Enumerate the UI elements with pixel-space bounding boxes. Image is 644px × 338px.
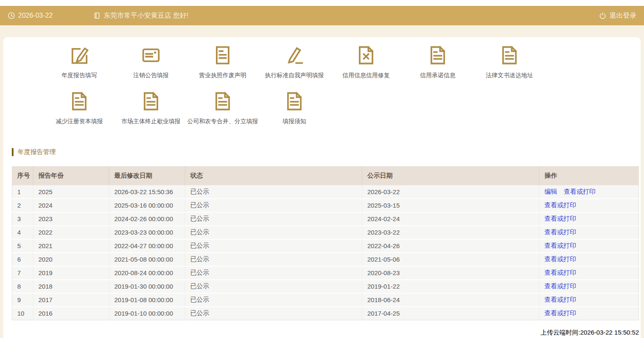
menu-item-label: 减少注册资本填报 [43, 118, 115, 125]
document-folded-icon [140, 106, 162, 114]
view-or-print-link[interactable]: 查看或打印 [544, 201, 576, 208]
topbar-date: 2026-03-22 [18, 12, 53, 19]
cell-no: 10 [12, 307, 33, 320]
edit-square-icon [68, 60, 90, 68]
cell-actions: 查看或打印 [539, 307, 639, 320]
clock-icon [8, 12, 15, 19]
table-row: 320232024-02-26 00:00:00已公示2024-02-24查看或… [12, 212, 639, 226]
view-or-print-link[interactable]: 查看或打印 [544, 215, 576, 222]
cell-modified: 2022-04-27 00:00:00 [109, 239, 185, 253]
topbar-date-group: 2026-03-22 [8, 12, 53, 19]
cell-status: 已公示 [185, 239, 362, 253]
cell-modified: 2021-05-08 00:00:00 [109, 253, 185, 266]
table-row: 620202021-05-08 00:00:00已公示2021-05-06查看或… [12, 253, 639, 266]
document-folded-icon [212, 106, 234, 114]
cell-published: 2023-03-22 [362, 226, 539, 239]
cell-modified: 2019-01-08 00:00:00 [109, 293, 185, 307]
document-folded-icon [283, 106, 305, 114]
logout-label: 退出登录 [609, 11, 636, 20]
column-header: 序号 [12, 167, 33, 185]
view-or-print-link[interactable]: 查看或打印 [544, 282, 576, 289]
table-row: 220242025-03-16 00:00:00已公示2025-03-15查看或… [12, 199, 639, 212]
table-row: 820182019-01-30 00:00:00已公示2019-01-22查看或… [12, 280, 639, 293]
document-folded-icon [68, 106, 90, 114]
view-or-print-link[interactable]: 查看或打印 [544, 242, 576, 249]
menu-item[interactable]: 营业执照作废声明 [187, 44, 259, 79]
cell-no: 4 [12, 226, 33, 239]
cell-no: 5 [12, 239, 33, 253]
table-row: 920172019-01-08 00:00:00已公示2018-06-24查看或… [12, 293, 639, 307]
menu-item[interactable]: 注销公告填报 [115, 44, 187, 79]
cell-year: 2016 [33, 307, 109, 320]
menu-item-label: 注销公告填报 [115, 72, 187, 79]
cell-no: 3 [12, 212, 33, 226]
cell-published: 2017-04-25 [362, 307, 539, 320]
menu-item[interactable]: 填报须知 [259, 90, 330, 125]
cell-no: 6 [12, 253, 33, 266]
cell-modified: 2020-08-24 00:00:00 [109, 266, 185, 280]
cell-no: 9 [12, 293, 33, 307]
cell-actions: 编辑查看或打印 [539, 185, 639, 199]
topbar-company-group: 东莞市常平小安黄豆店 您好! [93, 11, 189, 20]
menu-item[interactable]: 信用信息信用修复 [330, 44, 402, 79]
menu-item-label: 填报须知 [259, 118, 330, 125]
cell-actions: 查看或打印 [539, 199, 639, 212]
menu-item[interactable]: 市场主体终止歇业填报 [115, 90, 187, 125]
cell-status: 已公示 [185, 185, 362, 199]
menu-item[interactable]: 减少注册资本填报 [43, 90, 115, 125]
cell-status: 已公示 [185, 212, 362, 226]
logout-button[interactable]: 退出登录 [599, 11, 636, 20]
view-or-print-link[interactable]: 查看或打印 [544, 255, 576, 262]
section-header: 年度报告管理 [12, 148, 641, 156]
table-body: 120252026-03-22 15:50:36已公示2026-03-22编辑查… [12, 185, 639, 320]
top-white-strip [0, 0, 644, 6]
annual-report-table: 序号报告年份最后修改日期状态公示日期操作 120252026-03-22 15:… [12, 166, 639, 320]
cell-no: 1 [12, 185, 33, 199]
table-header-row: 序号报告年份最后修改日期状态公示日期操作 [12, 167, 639, 185]
cell-year: 2025 [33, 185, 109, 199]
column-header: 状态 [185, 167, 362, 185]
cell-published: 2020-08-23 [362, 266, 539, 280]
announcement-card-icon [140, 60, 162, 68]
view-or-print-link[interactable]: 查看或打印 [544, 228, 576, 235]
cell-modified: 2025-03-16 00:00:00 [109, 199, 185, 212]
menu-item[interactable]: 公司和农专合并、分立填报 [187, 90, 259, 125]
cell-published: 2018-06-24 [362, 293, 539, 307]
cell-year: 2019 [33, 266, 109, 280]
document-folded-icon [498, 60, 520, 68]
cell-year: 2022 [33, 226, 109, 239]
table-row: 720192020-08-24 00:00:00已公示2020-08-23查看或… [12, 266, 639, 280]
cell-status: 已公示 [185, 253, 362, 266]
view-or-print-link[interactable]: 查看或打印 [544, 296, 576, 303]
table-row: 120252026-03-22 15:50:36已公示2026-03-22编辑查… [12, 185, 639, 199]
menu-item-label: 执行标准自我声明填报 [259, 72, 330, 79]
menu-item[interactable]: 年度报告填写 [43, 44, 115, 79]
pencil-icon [283, 60, 305, 68]
column-header: 最后修改日期 [109, 167, 185, 185]
content-panel: 年度报告填写注销公告填报营业执照作废声明执行标准自我声明填报信用信息信用修复信用… [3, 37, 641, 338]
menu-item-label: 市场主体终止歇业填报 [115, 118, 187, 125]
topbar: 2026-03-22 东莞市常平小安黄豆店 您好! 退出登录 [0, 6, 644, 25]
booklet-icon [93, 12, 101, 19]
view-or-print-link[interactable]: 查看或打印 [564, 188, 595, 195]
cell-actions: 查看或打印 [539, 253, 639, 266]
column-header: 操作 [539, 167, 639, 185]
cell-year: 2023 [33, 212, 109, 226]
cell-modified: 2019-01-30 00:00:00 [109, 280, 185, 293]
page-background: 年度报告填写注销公告填报营业执照作废声明执行标准自我声明填报信用信息信用修复信用… [0, 25, 644, 338]
menu-item[interactable]: 执行标准自我声明填报 [259, 44, 330, 79]
cell-published: 2019-01-22 [362, 280, 539, 293]
cell-status: 已公示 [185, 307, 362, 320]
menu-grid: 年度报告填写注销公告填报营业执照作废声明执行标准自我声明填报信用信息信用修复信用… [43, 37, 545, 136]
menu-item-label: 年度报告填写 [43, 72, 115, 79]
view-or-print-link[interactable]: 查看或打印 [544, 269, 576, 276]
table-row: 520212022-04-27 00:00:00已公示2022-04-26查看或… [12, 239, 639, 253]
cell-published: 2022-04-26 [362, 239, 539, 253]
menu-item[interactable]: 信用承诺信息 [402, 44, 474, 79]
section-accent-bar [12, 148, 13, 156]
menu-item[interactable]: 法律文书送达地址 [474, 44, 545, 79]
edit-link[interactable]: 编辑 [544, 188, 557, 195]
view-or-print-link[interactable]: 查看或打印 [544, 309, 576, 316]
cell-year: 2020 [33, 253, 109, 266]
cell-actions: 查看或打印 [539, 280, 639, 293]
